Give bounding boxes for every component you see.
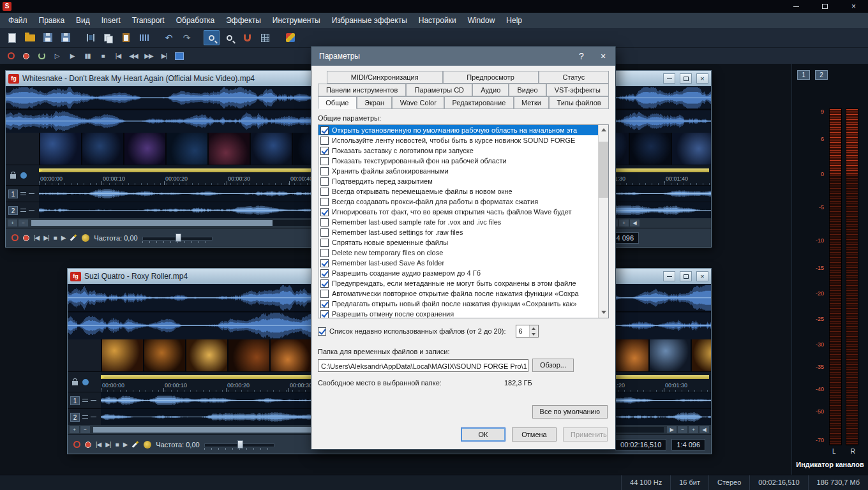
spinner-up-icon[interactable]: [530, 325, 538, 331]
menu-item-11[interactable]: Help: [500, 13, 528, 27]
menu-item-1[interactable]: Правка: [33, 13, 71, 27]
close-button[interactable]: ×: [839, 0, 868, 13]
scroll-right-button[interactable]: ▶: [667, 426, 677, 433]
window-minimize-button[interactable]: [663, 271, 675, 281]
option-checkbox[interactable]: [320, 177, 329, 186]
browse-button[interactable]: Обзор...: [532, 359, 574, 372]
go-to-start-button[interactable]: |◀: [111, 50, 125, 63]
option-checkbox[interactable]: [320, 188, 329, 196]
option-checkbox[interactable]: [320, 259, 329, 267]
track-number-button[interactable]: 1: [70, 396, 80, 405]
dialog-help-button[interactable]: ?: [571, 47, 592, 66]
option-row-5[interactable]: Подтвердить перед закрытием: [318, 176, 598, 186]
maximize-button[interactable]: [811, 0, 839, 13]
tab-Статус[interactable]: Статус: [539, 71, 609, 84]
open-button[interactable]: [22, 30, 38, 45]
zoom-out-button[interactable]: −: [80, 426, 90, 433]
video-thumbnail[interactable]: [124, 133, 165, 165]
zoom-button[interactable]: [221, 30, 237, 45]
zoom-selection-button[interactable]: [204, 30, 220, 45]
tab-Предпросмотр[interactable]: Предпросмотр: [443, 71, 539, 84]
option-row-4[interactable]: Хранить файлы заблокированными: [318, 166, 598, 176]
scrollbar-thumb[interactable]: [599, 142, 608, 198]
tab-Редактирование[interactable]: Редактирование: [444, 96, 513, 109]
track-number-button[interactable]: 2: [70, 413, 80, 422]
go-to-end-button[interactable]: ▶|: [157, 50, 171, 63]
window-close-button[interactable]: ×: [696, 271, 708, 281]
stop-button[interactable]: ■: [54, 234, 57, 241]
mixer-button[interactable]: [172, 50, 186, 63]
forward-button[interactable]: ▶▶: [142, 50, 156, 63]
option-row-18[interactable]: Разрешить отмену после сохранения: [318, 309, 598, 318]
trim-button[interactable]: [82, 30, 98, 45]
window-maximize-button[interactable]: [680, 271, 692, 281]
tab-MIDI/Синхронизация[interactable]: MIDI/Синхронизация: [327, 71, 443, 84]
scroll-left-button[interactable]: ◀: [630, 219, 640, 226]
zoom-in-button[interactable]: +: [70, 426, 79, 433]
option-checkbox[interactable]: [320, 310, 329, 318]
window-maximize-button[interactable]: [680, 73, 692, 84]
tab-Аудио[interactable]: Аудио: [472, 84, 509, 96]
option-checkbox[interactable]: [320, 228, 329, 237]
video-thumbnail[interactable]: [271, 339, 311, 371]
slider-thumb[interactable]: [237, 440, 243, 449]
menu-item-8[interactable]: Избранные эффекты: [326, 13, 413, 27]
record-button[interactable]: [19, 50, 33, 63]
option-checkbox[interactable]: [320, 249, 329, 257]
option-checkbox[interactable]: [320, 269, 329, 278]
video-thumbnail[interactable]: [167, 133, 207, 165]
scrollbar-thumb[interactable]: [93, 427, 333, 433]
tab-Метки[interactable]: Метки: [514, 96, 550, 109]
option-row-6[interactable]: Всегда открывать перемещаемые файлы в но…: [318, 186, 598, 197]
menu-item-10[interactable]: Window: [462, 13, 501, 27]
ok-button[interactable]: ОК: [461, 427, 505, 442]
go-to-end-button[interactable]: ▶|: [43, 234, 49, 241]
video-thumbnail[interactable]: [82, 133, 123, 165]
option-checkbox[interactable]: [320, 147, 329, 155]
video-thumbnail[interactable]: [40, 133, 81, 165]
record-button[interactable]: [23, 235, 29, 241]
play-all-button[interactable]: ▷: [50, 50, 64, 63]
record-prepare-button[interactable]: [4, 50, 18, 63]
edit-tool-button[interactable]: [131, 443, 139, 445]
edit-tool-button[interactable]: [70, 237, 77, 239]
scroll-left-button[interactable]: ◀: [700, 426, 709, 433]
video-thumbnail[interactable]: [209, 133, 250, 165]
option-row-0[interactable]: Открыть установленную по умолчанию рабоч…: [318, 125, 598, 135]
dialog-title-bar[interactable]: Параметры ? ×: [311, 47, 615, 66]
scrub-speed-slider[interactable]: [142, 234, 213, 242]
go-to-start-button[interactable]: |◀: [96, 441, 101, 448]
scrollbar-track[interactable]: [599, 135, 608, 308]
cancel-button[interactable]: Отмена: [512, 427, 557, 442]
option-row-11[interactable]: Спрятать новые временные файлы: [318, 237, 598, 248]
save-as-button[interactable]: [57, 30, 73, 45]
play-button[interactable]: ▶: [65, 50, 79, 63]
option-checkbox[interactable]: [320, 290, 329, 298]
slider-thumb[interactable]: [176, 234, 181, 242]
pause-button[interactable]: ▮▮: [80, 50, 94, 63]
option-row-14[interactable]: Разрешить создание аудио размером до 4 Г…: [318, 268, 598, 278]
zoom-in-button[interactable]: +: [8, 219, 17, 226]
tab-VST-эффекты[interactable]: VST-эффекты: [546, 84, 609, 96]
video-thumbnail[interactable]: [228, 339, 269, 371]
menu-item-4[interactable]: Transport: [126, 13, 170, 27]
window-close-button[interactable]: ×: [696, 73, 708, 84]
option-checkbox[interactable]: [320, 279, 329, 288]
option-row-17[interactable]: Предлагать открыть новый файл после нажа…: [318, 299, 598, 309]
option-row-8[interactable]: Игнорировать тот факт, что во время откр…: [318, 207, 598, 217]
menu-item-3[interactable]: Insert: [96, 13, 126, 27]
menu-item-0[interactable]: Файл: [3, 13, 33, 27]
option-checkbox[interactable]: [320, 300, 329, 308]
spinner-down-icon[interactable]: [530, 331, 538, 337]
effects-button[interactable]: [282, 30, 298, 45]
scroll-up-button[interactable]: [599, 125, 608, 135]
option-row-9[interactable]: Remember last-used sample rate for .vox …: [318, 217, 598, 227]
option-row-2[interactable]: Показать заставку с логотипом при запуск…: [318, 145, 598, 156]
lock-icon[interactable]: [10, 174, 16, 179]
video-thumbnail[interactable]: [692, 339, 711, 371]
dialog-close-button[interactable]: ×: [592, 47, 614, 66]
track-number-button[interactable]: 1: [8, 189, 18, 198]
option-checkbox[interactable]: [320, 208, 329, 216]
track-minimize-icon[interactable]: [91, 400, 96, 401]
video-thumbnail[interactable]: [650, 339, 691, 371]
